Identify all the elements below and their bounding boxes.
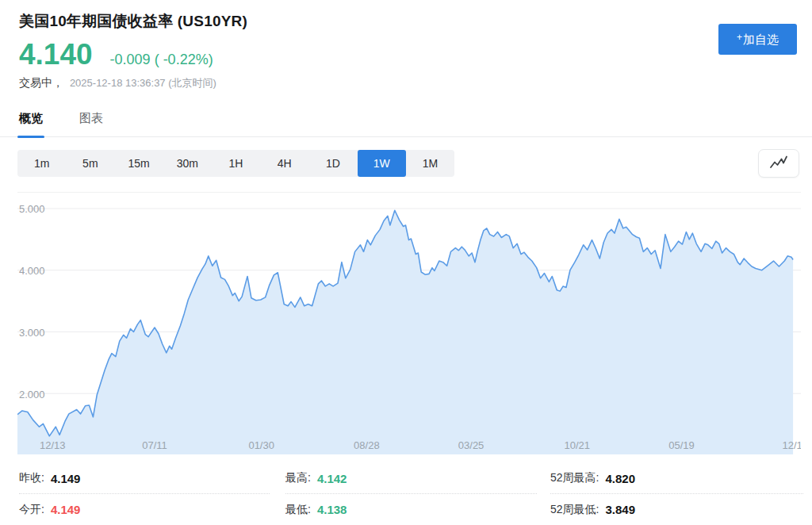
tab-bar: 概览图表 [0, 103, 812, 137]
add-to-watchlist-label: 加自选 [743, 33, 779, 46]
stat-value-open: 4.149 [51, 503, 81, 516]
x-axis-label: 08/28 [354, 439, 380, 451]
range-button-30m[interactable]: 30m [163, 150, 212, 177]
active-tab-underline [17, 136, 44, 138]
quote-header: 美国10年期国债收益率 (US10YR) 4.140 -0.009 ( -0.2… [0, 0, 812, 90]
stat-label-open: 今开: [19, 503, 44, 517]
tab-chart[interactable]: 图表 [79, 103, 103, 136]
stat-value-high: 4.142 [317, 472, 347, 485]
stat-week52-low: 52周最低:3.849 [550, 494, 803, 525]
line-chart-icon [769, 155, 788, 172]
stat-label-week52-high: 52周最高: [550, 471, 599, 485]
x-axis-label: 12/1 [782, 439, 801, 451]
stat-label-low: 最低: [285, 503, 311, 517]
x-axis-label: 07/11 [142, 439, 167, 451]
stat-low: 最低:4.138 [285, 494, 537, 525]
status-row: 交易中， 2025-12-18 13:36:37 (北京时间) [19, 76, 812, 90]
stat-high: 最高:4.142 [285, 463, 537, 494]
range-button-1w[interactable]: 1W [358, 150, 406, 177]
area-chart-canvas[interactable] [17, 193, 801, 454]
stat-label-week52-low: 52周最低: [550, 503, 599, 517]
quote-timestamp: 2025-12-18 13:36:37 (北京时间) [70, 77, 216, 89]
stat-prev-close: 昨收:4.149 [19, 463, 270, 494]
range-button-1h[interactable]: 1H [212, 150, 260, 177]
stat-column: 52周最高:4.82052周最低:3.849 [550, 463, 803, 525]
x-axis-label: 05/19 [668, 439, 695, 451]
x-axis-label: 10/21 [565, 439, 591, 451]
stat-value-prev-close: 4.149 [51, 472, 81, 485]
x-axis-label: 12/13 [40, 439, 66, 451]
stat-week52-high: 52周最高:4.820 [550, 463, 803, 494]
range-button-4h[interactable]: 4H [260, 150, 308, 177]
range-button-15m[interactable]: 15m [114, 150, 163, 177]
y-axis-label: 4.000 [19, 265, 45, 277]
page-title: 美国10年期国债收益率 (US10YR) [19, 11, 812, 32]
quote-page: 美国10年期国债收益率 (US10YR) 4.140 -0.009 ( -0.2… [0, 0, 812, 525]
stat-column: 最高:4.142最低:4.138 [285, 463, 537, 525]
stat-value-low: 4.138 [317, 503, 347, 516]
y-axis-label: 2.000 [19, 389, 45, 400]
trading-status: 交易中， [19, 76, 63, 89]
current-price: 4.140 [19, 40, 93, 69]
price-chart[interactable]: 5.0004.0003.0002.00012/1307/1101/3008/28… [17, 192, 801, 454]
x-axis-label: 03/25 [458, 439, 485, 451]
range-button-1d[interactable]: 1D [308, 150, 357, 177]
tab-overview[interactable]: 概览 [19, 103, 43, 136]
stat-value-week52-low: 3.849 [605, 503, 635, 516]
chart-type-button[interactable] [758, 149, 799, 178]
stats-panel: 昨收:4.149今开:4.149最高:4.142最低:4.13852周最高:4.… [19, 463, 803, 525]
time-range-bar: 1m5m15m30m1H4H1D1W1M [17, 150, 454, 177]
stat-column: 昨收:4.149今开:4.149 [19, 463, 270, 525]
chart-toolbar: 1m5m15m30m1H4H1D1W1M [0, 149, 812, 178]
stat-label-prev-close: 昨收: [19, 471, 44, 485]
range-button-5m[interactable]: 5m [66, 150, 114, 177]
price-row: 4.140 -0.009 ( -0.22%) [19, 40, 812, 69]
y-axis-label: 3.000 [19, 327, 45, 339]
plus-icon: + [737, 32, 742, 43]
stat-value-week52-high: 4.820 [605, 472, 635, 485]
range-button-1m[interactable]: 1M [406, 150, 454, 177]
x-axis-label: 01/30 [248, 439, 274, 451]
stat-label-high: 最高: [285, 471, 311, 485]
stat-open: 今开:4.149 [19, 494, 270, 525]
add-to-watchlist-button[interactable]: +加自选 [718, 24, 797, 55]
price-change: -0.009 ( -0.22%) [110, 52, 213, 68]
range-button-1m[interactable]: 1m [17, 150, 66, 177]
y-axis-label: 5.000 [19, 203, 45, 215]
